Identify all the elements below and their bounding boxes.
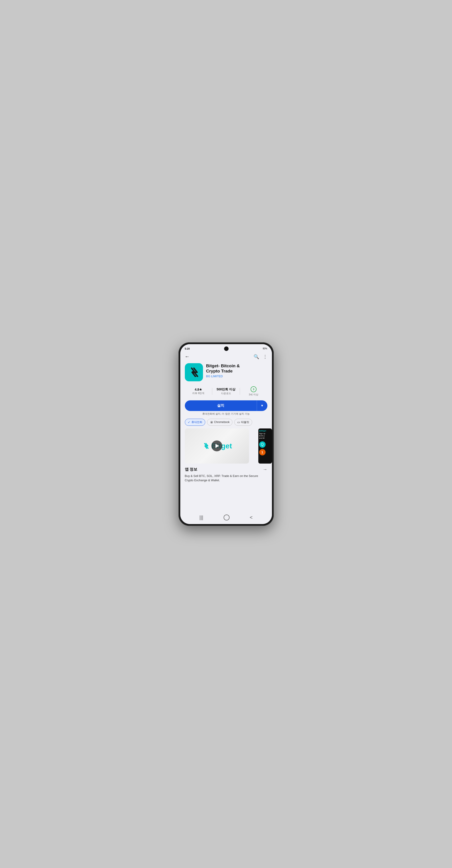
back-button[interactable]: ←: [185, 354, 190, 360]
age-badge: 3: [251, 386, 256, 392]
nav-menu-button[interactable]: |||: [199, 515, 203, 521]
rating-stat: 4.8★ 리뷰 8만개: [185, 388, 212, 395]
device-tabs: ✓ 휴대전화 🖥 Chromebook ▭ 태블릿: [180, 416, 272, 429]
ad-badge: 1: [259, 449, 265, 456]
phone-frame: 5:20 80% ← 🔍 ⋮: [178, 342, 274, 526]
section-arrow[interactable]: →: [263, 467, 267, 472]
status-icons: 80%: [263, 347, 267, 350]
screenshot-thumbnail: Bitget: [185, 429, 249, 464]
tablet-icon: ▭: [237, 421, 240, 424]
downloads-value: 500만회 이상: [217, 388, 235, 392]
nav-back-button[interactable]: <: [250, 515, 253, 521]
phone-screen: 5:20 80% ← 🔍 ⋮: [180, 344, 272, 524]
install-section: 설치 ▼ 휴대전화에 설치, 더 많은 기기에 설치 가능: [180, 399, 272, 416]
tab-chromebook-label: Chromebook: [214, 421, 230, 424]
nav-home-button[interactable]: [224, 515, 229, 521]
app-description: Buy & Sell BTC, SOL, XRP. Trade & Earn o…: [185, 474, 267, 483]
section-header: 앱 정보 →: [185, 467, 267, 472]
app-details: Bitget- Bitcoin &Crypto Trade BG LIMITED: [206, 363, 267, 378]
ad-logo: ◈ Bitget: [259, 430, 271, 432]
tab-mobile[interactable]: ✓ 휴대전화: [185, 419, 205, 426]
search-button[interactable]: 🔍: [254, 354, 259, 359]
install-arrow-button[interactable]: ▼: [257, 400, 267, 411]
age-label: 3세 이상: [249, 393, 258, 396]
more-button[interactable]: ⋮: [263, 354, 267, 359]
nav-actions: 🔍 ⋮: [254, 354, 267, 359]
tab-tablet[interactable]: ▭ 태블릿: [234, 419, 252, 426]
install-button[interactable]: 설치: [185, 400, 257, 411]
install-btn-wrapper: 설치 ▼: [185, 400, 267, 411]
camera-notch: [224, 346, 229, 351]
tab-chromebook[interactable]: 🖥 Chromebook: [207, 419, 233, 426]
app-info-header: Bitget- Bitcoin &Crypto Trade BG LIMITED: [180, 361, 272, 384]
nav-bar: ← 🔍 ⋮: [180, 352, 272, 361]
bitget-logo-icon: [202, 442, 210, 450]
ad-text: Sign up$100 pand $2: [259, 433, 271, 439]
ad-avatar: Q: [259, 441, 265, 448]
downloads-stat: 500만회 이상 다운로드: [212, 388, 240, 395]
app-icon: [185, 363, 203, 381]
install-note: 휴대전화에 설치, 더 많은 기기에 설치 가능: [185, 412, 267, 415]
app-info-bottom: 앱 정보 → Buy & Sell BTC, SOL, XRP. Trade &…: [180, 464, 272, 512]
battery-icon: 80%: [263, 347, 267, 350]
status-bar: 5:20 80%: [180, 344, 272, 352]
app-title: Bitget- Bitcoin &Crypto Trade: [206, 363, 267, 374]
tab-mobile-label: 휴대전화: [191, 420, 202, 424]
app-developer[interactable]: BG LIMITED: [206, 374, 267, 378]
rating-label: 리뷰 8만개: [192, 392, 204, 395]
play-triangle-icon: [216, 444, 219, 448]
ad-panel: ◈ Bitget Sign up$100 pand $2 Q 1: [258, 429, 272, 464]
section-title: 앱 정보: [185, 467, 198, 472]
rating-value: 4.8★: [195, 388, 202, 391]
status-time: 5:20: [185, 347, 190, 350]
check-icon: ✓: [188, 421, 190, 424]
tab-tablet-label: 태블릿: [241, 420, 249, 424]
chromebook-icon: 🖥: [210, 421, 213, 424]
screenshot-area: Bitget ◈ Bitget Sign up$100 pand $2 Q 1: [180, 429, 272, 464]
downloads-label: 다운로드: [221, 392, 231, 395]
bottom-nav: ||| <: [180, 512, 272, 524]
age-stat: 3 3세 이상: [240, 386, 267, 396]
screenshot-container[interactable]: Bitget: [185, 429, 249, 464]
stats-row: 4.8★ 리뷰 8만개 500만회 이상 다운로드 3 3세 이상: [180, 384, 272, 399]
